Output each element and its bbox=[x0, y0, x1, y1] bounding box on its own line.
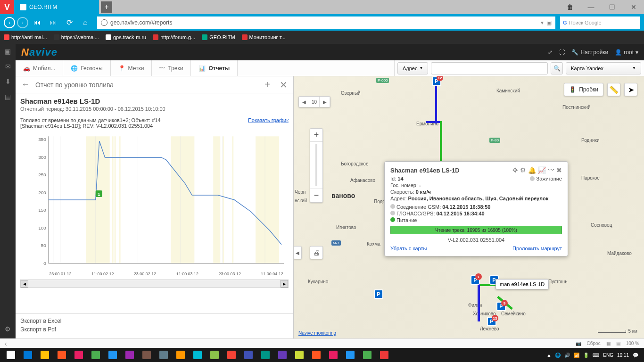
search-button[interactable]: 🔍 bbox=[551, 62, 563, 74]
settings-link[interactable]: 🔧 Настройки bbox=[571, 49, 608, 56]
ruler-button[interactable]: 📏 bbox=[607, 83, 620, 96]
build-route-link[interactable]: Проложить маршрут bbox=[512, 246, 562, 251]
expand-icon[interactable]: ⛶ bbox=[559, 49, 565, 56]
zoom-out-button[interactable]: − bbox=[310, 189, 322, 202]
gear-icon[interactable]: ⚙ bbox=[520, 166, 526, 174]
start-button[interactable] bbox=[3, 348, 19, 362]
close-report-button[interactable]: ✕ bbox=[277, 79, 289, 91]
volume-icon[interactable]: 🔊 bbox=[564, 353, 570, 358]
task-item[interactable] bbox=[54, 348, 70, 362]
user-menu[interactable]: 👤 root ▾ bbox=[615, 49, 638, 56]
network-icon[interactable]: 🌐 bbox=[555, 353, 561, 358]
new-tab-button[interactable]: + bbox=[101, 1, 112, 13]
parking-marker[interactable]: P bbox=[374, 289, 383, 299]
trash-button[interactable]: 🗑 bbox=[559, 0, 580, 14]
layout-icon[interactable]: ▤ bbox=[616, 341, 620, 346]
nav-center[interactable]: 10 bbox=[309, 97, 320, 107]
address-input[interactable] bbox=[431, 62, 548, 74]
mail-panel-icon[interactable]: ✉ bbox=[3, 62, 13, 71]
task-item[interactable] bbox=[190, 348, 206, 362]
task-item[interactable] bbox=[274, 348, 290, 362]
task-item[interactable] bbox=[173, 348, 189, 362]
close-button[interactable]: ✕ bbox=[623, 0, 644, 14]
task-item[interactable] bbox=[20, 348, 36, 362]
downloads-panel-icon[interactable]: ⬇ bbox=[3, 77, 13, 86]
chart-scrollbar[interactable]: ◀ ▶ bbox=[20, 280, 289, 288]
keyboard-icon[interactable]: ⌨ bbox=[593, 353, 599, 358]
task-item[interactable] bbox=[257, 348, 273, 362]
vivaldi-logo[interactable]: V bbox=[0, 0, 14, 14]
layout-icon[interactable]: ▦ bbox=[606, 341, 611, 346]
parking-marker[interactable]: P13 bbox=[487, 317, 496, 326]
task-item[interactable] bbox=[156, 348, 172, 362]
bookmark-icon[interactable]: ▾ bbox=[541, 19, 544, 26]
collapse-panel-button[interactable]: ◀ bbox=[294, 246, 302, 259]
lang-indicator[interactable]: ENG bbox=[603, 353, 613, 358]
map[interactable]: Озерный Каминский Постнинский Родники Па… bbox=[294, 76, 644, 338]
task-item[interactable] bbox=[122, 348, 138, 362]
bookmark-item[interactable]: http://anti-mai... bbox=[4, 34, 47, 40]
task-item[interactable] bbox=[240, 348, 256, 362]
home-button[interactable]: ⌂ bbox=[78, 16, 92, 30]
settings-panel-icon[interactable]: ⚙ bbox=[3, 324, 13, 334]
task-item[interactable] bbox=[71, 348, 87, 362]
tab-tracks[interactable]: 〰 Треки bbox=[152, 60, 191, 76]
minimize-button[interactable]: — bbox=[580, 0, 602, 14]
export-pdf-link[interactable]: Экспорт в Pdf bbox=[20, 326, 289, 333]
print-button[interactable]: 🖨 bbox=[310, 246, 323, 259]
move-icon[interactable]: ✥ bbox=[512, 166, 518, 174]
browser-tab[interactable]: GEO.RITM bbox=[14, 0, 99, 14]
bell-icon[interactable]: 🔔 bbox=[528, 166, 536, 174]
task-item[interactable] bbox=[376, 348, 392, 362]
tray-icon[interactable]: ▲ bbox=[546, 353, 551, 358]
bookmark-item[interactable]: http://forum.g... bbox=[153, 34, 195, 40]
bookmarks-panel-icon[interactable]: ▣ bbox=[3, 47, 13, 56]
bookmark-item[interactable]: Мониторинг т... bbox=[242, 34, 286, 40]
nav-right[interactable]: ▶ bbox=[320, 97, 330, 107]
tab-reports[interactable]: 📊 Отчеты bbox=[191, 60, 238, 76]
fastforward-button[interactable]: ⏭ bbox=[46, 16, 60, 30]
task-item[interactable] bbox=[206, 348, 223, 362]
traffic-button[interactable]: 🚦 Пробки bbox=[564, 83, 603, 96]
close-popup-icon[interactable]: ✖ bbox=[556, 166, 562, 174]
tab-mobile[interactable]: 🚗 Мобил... bbox=[16, 60, 63, 76]
status-icon[interactable]: 📷 bbox=[576, 341, 581, 346]
rewind-button[interactable]: ⏮ bbox=[30, 16, 44, 30]
map-type-select[interactable]: Карта Yandex▼ bbox=[566, 62, 641, 74]
report-back-button[interactable]: ← bbox=[19, 79, 32, 91]
task-item[interactable] bbox=[308, 348, 324, 362]
reload-button[interactable]: ⟳ bbox=[62, 16, 76, 30]
tab-geozones[interactable]: 🌐 Геозоны bbox=[63, 60, 110, 76]
parking-marker[interactable]: P9 bbox=[496, 302, 506, 311]
notes-panel-icon[interactable]: ▤ bbox=[3, 92, 13, 101]
favorite-icon[interactable]: ▣ bbox=[546, 19, 552, 26]
parking-marker[interactable]: P1 bbox=[471, 275, 480, 285]
bookmark-item[interactable]: gps.track-m.ru bbox=[106, 34, 146, 40]
track-icon[interactable]: 〰 bbox=[548, 166, 554, 174]
back-button[interactable]: ‹ bbox=[4, 17, 15, 28]
parking-marker[interactable]: P12 bbox=[432, 76, 441, 86]
bookmark-item[interactable]: https://webmai... bbox=[54, 34, 99, 40]
task-item[interactable] bbox=[37, 348, 53, 362]
show-chart-link[interactable]: Показать график bbox=[248, 117, 289, 129]
wifi-icon[interactable]: 📶 bbox=[574, 353, 579, 358]
task-item[interactable] bbox=[291, 348, 307, 362]
clock[interactable]: 10:11 bbox=[617, 353, 629, 358]
task-item[interactable] bbox=[105, 348, 121, 362]
zoom-slider[interactable] bbox=[310, 142, 322, 189]
forward-button[interactable]: › bbox=[17, 17, 28, 28]
task-item[interactable] bbox=[342, 348, 358, 362]
task-item[interactable] bbox=[88, 348, 104, 362]
zoom-in-button[interactable]: + bbox=[310, 129, 322, 142]
scroll-right-button[interactable]: ▶ bbox=[281, 280, 288, 288]
export-excel-link[interactable]: Экспорт в Excel bbox=[20, 318, 289, 324]
tab-marks[interactable]: 📍 Метки bbox=[111, 60, 152, 76]
chart-icon[interactable]: 📈 bbox=[538, 166, 546, 174]
task-item[interactable] bbox=[325, 348, 341, 362]
task-item[interactable] bbox=[139, 348, 155, 362]
reset-link[interactable]: Сброс bbox=[587, 341, 601, 346]
task-item[interactable] bbox=[223, 348, 239, 362]
battery-icon[interactable]: 🔋 bbox=[583, 353, 589, 358]
navive-link[interactable]: Navive monitoring bbox=[298, 330, 336, 336]
remove-from-map-link[interactable]: Убрать с карты bbox=[390, 246, 427, 251]
